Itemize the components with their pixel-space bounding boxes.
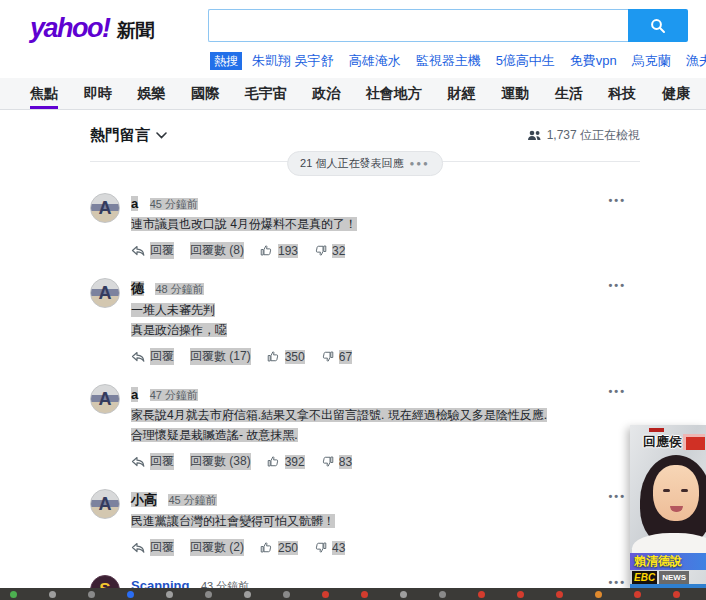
reply-button[interactable]: 回覆 — [131, 348, 174, 365]
taskbar-icon[interactable] — [166, 591, 173, 598]
typing-indicator-label: 21 個人正在發表回應 — [300, 156, 403, 171]
nav-tab-international[interactable]: 國際 — [191, 78, 219, 109]
trending-link[interactable]: 監視器主機 — [416, 52, 481, 70]
yahoo-news-logo[interactable]: yahoo! 新聞 — [30, 13, 155, 44]
taskbar-icon[interactable] — [49, 591, 56, 598]
comment-author[interactable]: 德 — [131, 281, 144, 296]
typing-indicator-pill[interactable]: 21 個人正在發表回應 ●●● — [287, 151, 443, 176]
dislike-count: 32 — [332, 244, 345, 258]
taskbar-icon[interactable] — [673, 591, 680, 598]
yahoo-logo-text: yahoo! — [30, 13, 110, 44]
trending-link[interactable]: 朱凱翔 吳宇舒 — [252, 52, 334, 70]
nav-tab-society[interactable]: 社會地方 — [366, 78, 422, 109]
comment-item: A 德 48 分鐘前 一堆人未審先判 真是政治操作，噁 回覆 回覆數 (17) — [90, 278, 640, 365]
section-title: 熱門留言 — [90, 126, 150, 145]
nav-tab-lifestyle[interactable]: 生活 — [555, 78, 583, 109]
nav-tab-realtime[interactable]: 即時 — [84, 78, 112, 109]
reply-count-button[interactable]: 回覆數 (8) — [190, 242, 244, 259]
like-button[interactable]: 392 — [267, 455, 305, 469]
nav-tab-pets[interactable]: 毛宇宙 — [245, 78, 287, 109]
avatar[interactable]: A — [90, 384, 120, 414]
search-button[interactable] — [628, 9, 688, 42]
comment-author[interactable]: a — [131, 196, 138, 211]
comment-options-menu[interactable]: ••• — [608, 280, 626, 290]
trending-link[interactable]: 高雄淹水 — [349, 52, 401, 70]
nav-tab-health[interactable]: 健康 — [662, 78, 690, 109]
dislike-button[interactable]: 43 — [314, 541, 345, 555]
trending-link[interactable]: 漁夫帽 — [686, 52, 706, 70]
taskbar-icon[interactable] — [517, 591, 524, 598]
avatar[interactable]: A — [90, 193, 120, 223]
comment-options-menu[interactable]: ••• — [608, 195, 626, 205]
like-button[interactable]: 350 — [267, 350, 305, 364]
comment-options-menu[interactable]: ••• — [608, 577, 626, 587]
reply-count-button[interactable]: 回覆數 (17) — [190, 348, 251, 365]
logo-suffix: 新聞 — [117, 18, 155, 44]
comment-item: A a 45 分鐘前 連市議員也改口說 4月份爆料不是真的了！ 回覆 回覆數 (… — [90, 193, 640, 259]
nav-tab-tech[interactable]: 科技 — [608, 78, 636, 109]
reply-icon — [131, 542, 145, 554]
taskbar-icon[interactable] — [322, 591, 329, 598]
search-icon — [650, 18, 666, 34]
typing-dots-icon: ●●● — [409, 159, 430, 168]
viewers-icon — [527, 130, 542, 141]
anchor-mouth — [670, 506, 683, 512]
like-button[interactable]: 250 — [260, 541, 298, 555]
comment-author[interactable]: a — [131, 387, 138, 402]
taskbar-icon[interactable] — [361, 591, 368, 598]
taskbar-icon[interactable] — [88, 591, 95, 598]
trending-link[interactable]: 5億高中生 — [496, 52, 555, 70]
avatar[interactable]: A — [90, 278, 120, 308]
comment-author[interactable]: 小高 — [131, 492, 157, 507]
taskbar-icon[interactable] — [283, 591, 290, 598]
taskbar-icon[interactable] — [400, 591, 407, 598]
nav-tab-entertainment[interactable]: 娛樂 — [137, 78, 165, 109]
taskbar-icon[interactable] — [127, 591, 134, 598]
taskbar-icon[interactable] — [439, 591, 446, 598]
nav-tab-focus[interactable]: 焦點 — [30, 78, 58, 109]
like-button[interactable]: 193 — [260, 244, 298, 258]
comment-text: 一堆人未審先判 — [131, 303, 215, 317]
reply-button[interactable]: 回覆 — [131, 453, 174, 470]
dislike-button[interactable]: 83 — [321, 455, 352, 469]
trending-searches: 熱搜 朱凱翔 吳宇舒 高雄淹水 監視器主機 5億高中生 免費vpn 烏克蘭 漁夫… — [210, 52, 706, 70]
taskbar-icon[interactable] — [556, 591, 563, 598]
dislike-count: 43 — [332, 541, 345, 555]
dislike-button[interactable]: 32 — [314, 244, 345, 258]
reply-count-button[interactable]: 回覆數 (38) — [190, 453, 251, 470]
taskbar-icon[interactable] — [478, 591, 485, 598]
nav-tab-politics[interactable]: 政治 — [312, 78, 340, 109]
comment-timestamp: 47 分鐘前 — [150, 389, 198, 401]
taskbar-icon[interactable] — [595, 591, 602, 598]
reply-count-button[interactable]: 回覆數 (2) — [190, 539, 244, 556]
comment-options-menu[interactable]: ••• — [608, 386, 626, 396]
search-input[interactable] — [208, 9, 628, 42]
thumbs-up-icon — [267, 350, 280, 363]
avatar[interactable]: A — [90, 489, 120, 519]
dislike-count: 67 — [339, 350, 352, 364]
nav-tab-finance[interactable]: 財經 — [447, 78, 475, 109]
comment-item: A a 47 分鐘前 家長說4月就去市府信箱.結果又拿不出留言證號. 現在經過檢… — [90, 384, 640, 470]
video-caption: 賴清德說 — [630, 553, 706, 570]
taskbar-icon[interactable] — [10, 591, 17, 598]
dislike-button[interactable]: 67 — [321, 350, 352, 364]
nav-tab-sports[interactable]: 運動 — [501, 78, 529, 109]
comment-options-menu[interactable]: ••• — [608, 491, 626, 501]
thumbs-up-icon — [267, 455, 280, 468]
main-navigation: 焦點 即時 娛樂 國際 毛宇宙 政治 社會地方 財經 運動 生活 科技 健康 — [0, 78, 706, 110]
floating-video-player[interactable]: 回應侯 賴清德說 EBC NEWS — [630, 425, 706, 588]
taskbar[interactable] — [0, 588, 706, 600]
comments-section: 熱門留言 1,737 位正在檢視 21 個人正在發表回應 ●●● A a 45 … — [90, 110, 640, 600]
trending-link[interactable]: 免費vpn — [570, 52, 617, 70]
taskbar-icon[interactable] — [634, 591, 641, 598]
comment-text: 家長說4月就去市府信箱.結果又拿不出留言證號. 現在經過檢驗又多是陰性反應. — [131, 408, 547, 422]
like-count: 250 — [278, 541, 298, 555]
reply-button[interactable]: 回覆 — [131, 242, 174, 259]
taskbar-icon[interactable] — [244, 591, 251, 598]
comments-sort-dropdown[interactable]: 熱門留言 — [90, 126, 167, 145]
trending-link[interactable]: 烏克蘭 — [632, 52, 671, 70]
video-headline-text: 回應侯 — [643, 433, 682, 451]
reply-button[interactable]: 回覆 — [131, 539, 174, 556]
thumbs-down-icon — [321, 455, 334, 468]
taskbar-icon[interactable] — [205, 591, 212, 598]
